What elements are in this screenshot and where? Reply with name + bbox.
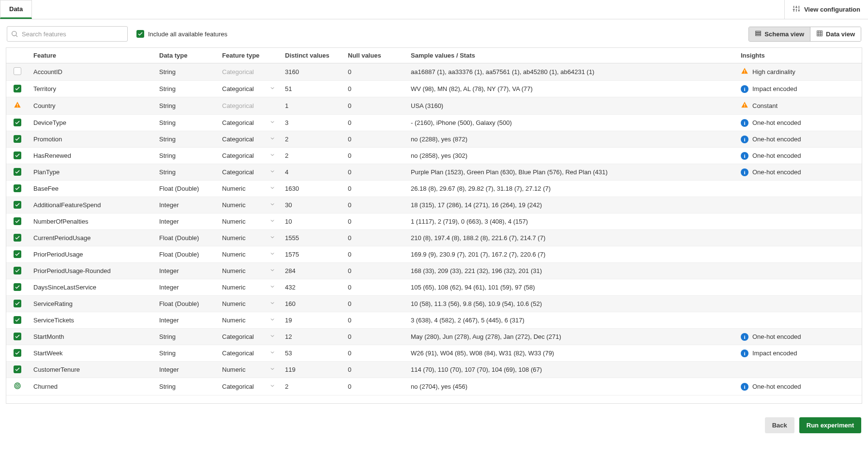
cell-feature: BaseFee: [29, 181, 154, 197]
col-data-type[interactable]: Data type: [154, 48, 217, 63]
cell-ftype[interactable]: Categorical: [217, 115, 280, 131]
cell-ftype[interactable]: Numeric: [217, 279, 280, 296]
view-configuration-label: View configuration: [804, 6, 860, 13]
ftype-text: Categorical: [222, 333, 254, 340]
cell-feature: ServiceRating: [29, 296, 154, 312]
cell-sample: 105 (65), 108 (62), 94 (61), 101 (59), 9…: [406, 279, 736, 296]
cell-dtype: Integer: [154, 197, 217, 213]
ftype-text: Categorical: [222, 350, 254, 357]
chevron-down-icon[interactable]: [269, 152, 275, 159]
row-select[interactable]: [14, 152, 21, 160]
row-select[interactable]: [14, 103, 21, 110]
cell-ftype[interactable]: Numeric: [217, 296, 280, 312]
row-select[interactable]: [14, 251, 21, 258]
search-icon: [11, 30, 18, 39]
search-input[interactable]: [7, 26, 128, 42]
row-select[interactable]: [14, 185, 21, 193]
cell-ftype[interactable]: Categorical: [217, 345, 280, 362]
row-select[interactable]: [14, 317, 21, 324]
cell-ftype[interactable]: Numeric: [217, 197, 280, 213]
table-row: ServiceRatingFloat (Double)Numeric160010…: [6, 296, 862, 312]
chevron-down-icon[interactable]: [269, 85, 275, 92]
cell-ftype[interactable]: Categorical: [217, 81, 280, 97]
chevron-down-icon[interactable]: [269, 251, 275, 258]
row-select[interactable]: [14, 350, 21, 357]
cell-ftype[interactable]: Numeric: [217, 181, 280, 197]
chevron-down-icon[interactable]: [269, 350, 275, 357]
row-select[interactable]: [14, 366, 21, 374]
col-feature[interactable]: Feature: [29, 48, 154, 63]
cell-ftype[interactable]: Numeric: [217, 246, 280, 263]
checkbox-on-icon: [14, 300, 21, 307]
chevron-down-icon[interactable]: [269, 119, 275, 126]
cell-ftype[interactable]: Categorical: [217, 148, 280, 164]
cell-ftype[interactable]: Numeric: [217, 230, 280, 246]
chevron-down-icon[interactable]: [269, 136, 275, 143]
svg-rect-13: [756, 34, 761, 35]
cell-insight: iImpact encoded: [736, 345, 862, 362]
chevron-down-icon[interactable]: [269, 300, 275, 307]
row-select[interactable]: [14, 268, 21, 275]
row-select[interactable]: [14, 69, 21, 76]
col-nulls[interactable]: Null values: [343, 48, 406, 63]
cell-ftype[interactable]: Numeric: [217, 213, 280, 230]
cell-ftype[interactable]: Categorical: [217, 164, 280, 181]
cell-insight: [736, 263, 862, 279]
col-feature-type[interactable]: Feature type: [217, 48, 280, 63]
row-select[interactable]: [14, 136, 21, 143]
chevron-down-icon[interactable]: [269, 333, 275, 340]
cell-sample: aa16887 (1), aa33376 (1), aa57561 (1), a…: [406, 63, 736, 81]
row-select[interactable]: [14, 284, 21, 291]
cell-feature: StartWeek: [29, 345, 154, 362]
info-icon: i: [741, 85, 748, 93]
col-distinct[interactable]: Distinct values: [280, 48, 343, 63]
col-sample[interactable]: Sample values / Stats: [406, 48, 736, 63]
cell-ftype[interactable]: Numeric: [217, 312, 280, 329]
cell-ftype[interactable]: Categorical: [217, 329, 280, 345]
cell-ftype[interactable]: Categorical: [217, 63, 280, 81]
chevron-down-icon[interactable]: [269, 218, 275, 225]
cell-ftype[interactable]: Categorical: [217, 131, 280, 148]
table-row: StartWeekStringCategorical530W26 (91), W…: [6, 345, 862, 362]
row-select[interactable]: [14, 202, 21, 209]
chevron-down-icon[interactable]: [269, 185, 275, 192]
cell-ftype[interactable]: Numeric: [217, 263, 280, 279]
chevron-down-icon[interactable]: [269, 168, 275, 176]
row-select[interactable]: [14, 86, 21, 93]
cell-sample: - (2160), iPhone (500), Galaxy (500): [406, 115, 736, 131]
view-configuration-button[interactable]: View configuration: [784, 0, 868, 19]
table-row: DeviceTypeStringCategorical30- (2160), i…: [6, 115, 862, 131]
cell-ftype[interactable]: Numeric: [217, 362, 280, 378]
data-view-button[interactable]: Data view: [810, 27, 861, 41]
row-select[interactable]: [14, 218, 21, 226]
cell-ftype[interactable]: Categorical: [217, 97, 280, 115]
chevron-down-icon[interactable]: [269, 234, 275, 242]
row-select[interactable]: [14, 301, 21, 308]
include-all-features-checkbox[interactable]: Include all available features: [136, 30, 227, 38]
cell-ftype[interactable]: Categorical: [217, 378, 280, 395]
schema-view-button[interactable]: Schema view: [749, 27, 810, 41]
row-select[interactable]: [14, 235, 21, 242]
tab-data[interactable]: Data: [0, 0, 32, 19]
chevron-down-icon[interactable]: [269, 267, 275, 274]
chevron-down-icon[interactable]: [269, 383, 275, 390]
cell-distinct: 3160: [280, 63, 343, 81]
chevron-down-icon[interactable]: [269, 366, 275, 373]
row-select[interactable]: [14, 334, 21, 341]
cell-dtype: String: [154, 63, 217, 81]
back-button[interactable]: Back: [765, 417, 794, 433]
warning-icon: [741, 67, 748, 76]
row-select[interactable]: [14, 384, 21, 391]
chevron-down-icon[interactable]: [269, 317, 275, 324]
run-experiment-button[interactable]: Run experiment: [799, 417, 861, 433]
chevron-down-icon[interactable]: [269, 201, 275, 209]
cell-nulls: 0: [343, 148, 406, 164]
row-select[interactable]: [14, 169, 21, 176]
ftype-text: Numeric: [222, 234, 245, 242]
cell-nulls: 0: [343, 81, 406, 97]
cell-dtype: Float (Double): [154, 296, 217, 312]
info-icon: i: [741, 152, 748, 160]
chevron-down-icon[interactable]: [269, 284, 275, 291]
col-insights[interactable]: Insights: [736, 48, 862, 63]
row-select[interactable]: [14, 120, 21, 127]
